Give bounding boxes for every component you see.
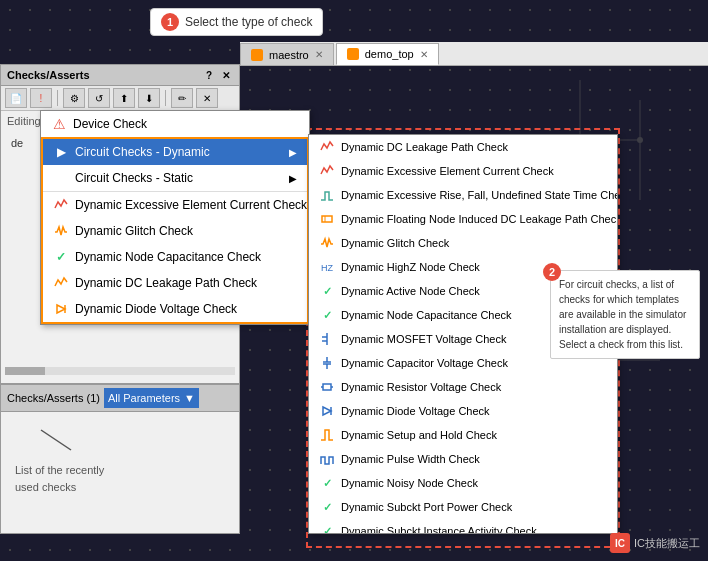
sub-floating-label: Dynamic Floating Node Induced DC Leakage… [341,213,618,225]
sub-mosfet-label: Dynamic MOSFET Voltage Check [341,333,506,345]
bottom-panel-header: Checks/Asserts (1) All Parameters ▼ [1,385,239,412]
sub-active-icon: ✓ [319,283,335,299]
submenu-item-rise-fall[interactable]: Dynamic Excessive Rise, Fall, Undefined … [309,183,617,207]
tab-bar: maestro ✕ demo_top ✕ [240,42,708,66]
submenu-item-diode-v[interactable]: Dynamic Diode Voltage Check [309,399,617,423]
panel-scrollbar[interactable] [5,367,235,375]
sub-subckt-activity-icon: ✓ [319,523,335,534]
checks-panel-header: Checks/Asserts ? ✕ [1,65,239,86]
maestro-tab-close[interactable]: ✕ [315,49,323,60]
node-cap-label: Dynamic Node Capacitance Check [75,250,261,264]
bottom-panel-title: Checks/Asserts (1) [7,392,100,404]
circuit-static-label: Circuit Checks - Static [75,171,193,185]
menu-item-circuit-dynamic[interactable]: ▶ Circuit Checks - Dynamic ▶ [43,139,307,165]
sub-diode-icon [319,403,335,419]
sub-dc-leakage-label: Dynamic DC Leakage Path Check [341,141,508,153]
sub-dc-leakage-icon [319,139,335,155]
tab-maestro[interactable]: maestro ✕ [240,43,334,65]
sub-pulse-icon [319,451,335,467]
sub-active-label: Dynamic Active Node Check [341,285,480,297]
sub-rise-icon [319,187,335,203]
sub-noisy-label: Dynamic Noisy Node Check [341,477,478,489]
instruction-bubble: 1 Select the type of check [150,8,323,36]
all-parameters-dropdown[interactable]: All Parameters ▼ [104,388,199,408]
menu-item-device-check[interactable]: ⚠ Device Check [41,111,309,137]
sub-noisy-icon: ✓ [319,475,335,491]
all-parameters-label: All Parameters [108,392,180,404]
submenu-item-subckt-activity[interactable]: ✓ Dynamic Subckt Instance Activity Check [309,519,617,534]
sub-setup-icon [319,427,335,443]
submenu-item-excessive-current[interactable]: Dynamic Excessive Element Current Check [309,159,617,183]
settings-btn[interactable]: ⚙ [63,88,85,108]
circuit-dynamic-arrow-icon: ▶ [289,147,297,158]
demo-top-tab-close[interactable]: ✕ [420,49,428,60]
info-bubble-2-text: For circuit checks, a list of checks for… [559,279,686,350]
submenu-item-noisy-node[interactable]: ✓ Dynamic Noisy Node Check [309,471,617,495]
sub-floating-icon [319,211,335,227]
arrow-svg [31,425,81,455]
help-icon[interactable]: ? [202,68,216,82]
sub-res-icon [319,379,335,395]
watermark-text: IC技能搬运工 [634,536,700,551]
sub-pulse-label: Dynamic Pulse Width Check [341,453,480,465]
refresh-btn[interactable]: ↺ [88,88,110,108]
circuit-dynamic-icon: ▶ [53,144,69,160]
edit-btn[interactable]: ✏ [171,88,193,108]
submenu-item-resistor[interactable]: Dynamic Resistor Voltage Check [309,375,617,399]
svg-point-6 [637,137,643,143]
sub-highz-label: Dynamic HighZ Node Check [341,261,480,273]
sub-glitch-label: Dynamic Glitch Check [341,237,449,249]
excessive-current-icon [53,197,69,213]
node-cap-icon: ✓ [53,249,69,265]
demo-top-tab-icon [347,48,359,60]
panel-toolbar: 📄 ! ⚙ ↺ ⬆ ⬇ ✏ ✕ [1,86,239,111]
svg-marker-9 [57,305,65,313]
warning-btn[interactable]: ! [30,88,52,108]
menu-item-glitch[interactable]: Dynamic Glitch Check [43,218,307,244]
new-btn[interactable]: 📄 [5,88,27,108]
checks-panel-title: Checks/Asserts [7,69,90,81]
sub-mosfet-icon [319,331,335,347]
diode-voltage-icon [53,301,69,317]
export-btn[interactable]: ⬆ [113,88,135,108]
device-check-label: Device Check [73,117,147,131]
dropdown-arrow-icon: ▼ [184,392,195,404]
info-bubble-2: 2 For circuit checks, a list of checks f… [550,270,700,359]
sub-glitch-icon [319,235,335,251]
circuit-static-icon [53,170,69,186]
menu-item-diode-voltage[interactable]: Dynamic Diode Voltage Check [43,296,307,322]
scrollbar-thumb[interactable] [5,367,45,375]
instruction-text: Select the type of check [185,15,312,29]
close-icon[interactable]: ✕ [219,68,233,82]
menu-item-node-cap[interactable]: ✓ Dynamic Node Capacitance Check [43,244,307,270]
tab-demo-top[interactable]: demo_top ✕ [336,43,439,65]
submenu-item-glitch[interactable]: Dynamic Glitch Check [309,231,617,255]
maestro-tab-label: maestro [269,49,309,61]
glitch-label: Dynamic Glitch Check [75,224,193,238]
submenu-item-floating-node[interactable]: Dynamic Floating Node Induced DC Leakage… [309,207,617,231]
svg-rect-11 [322,216,332,222]
submenu-item-pulse-width[interactable]: Dynamic Pulse Width Check [309,447,617,471]
device-check-icon: ⚠ [51,116,67,132]
submenu-item-dc-leakage[interactable]: Dynamic DC Leakage Path Check [309,135,617,159]
delete-btn[interactable]: ✕ [196,88,218,108]
panel-header-icons: ? ✕ [202,68,233,82]
dc-leakage-icon [53,275,69,291]
sub-subckt-power-label: Dynamic Subckt Port Power Check [341,501,512,513]
menu-item-circuit-static[interactable]: Circuit Checks - Static ▶ [43,165,307,191]
menu-item-excessive-current[interactable]: Dynamic Excessive Element Current Check [43,192,307,218]
sub-cap-icon [319,355,335,371]
sub-excessive-label: Dynamic Excessive Element Current Check [341,165,554,177]
sub-node-cap-label: Dynamic Node Capacitance Check [341,309,512,321]
diode-voltage-label: Dynamic Diode Voltage Check [75,302,237,316]
svg-rect-22 [323,384,331,390]
import-btn[interactable]: ⬇ [138,88,160,108]
submenu-item-setup-hold[interactable]: Dynamic Setup and Hold Check [309,423,617,447]
menu-item-dc-leakage[interactable]: Dynamic DC Leakage Path Check [43,270,307,296]
maestro-tab-icon [251,49,263,61]
sub-node-cap-icon: ✓ [319,307,335,323]
submenu-item-subckt-power[interactable]: ✓ Dynamic Subckt Port Power Check [309,495,617,519]
sub-diode-v-label: Dynamic Diode Voltage Check [341,405,490,417]
glitch-icon [53,223,69,239]
main-dropdown-menu: ⚠ Device Check ▶ Circuit Checks - Dynami… [40,110,310,325]
